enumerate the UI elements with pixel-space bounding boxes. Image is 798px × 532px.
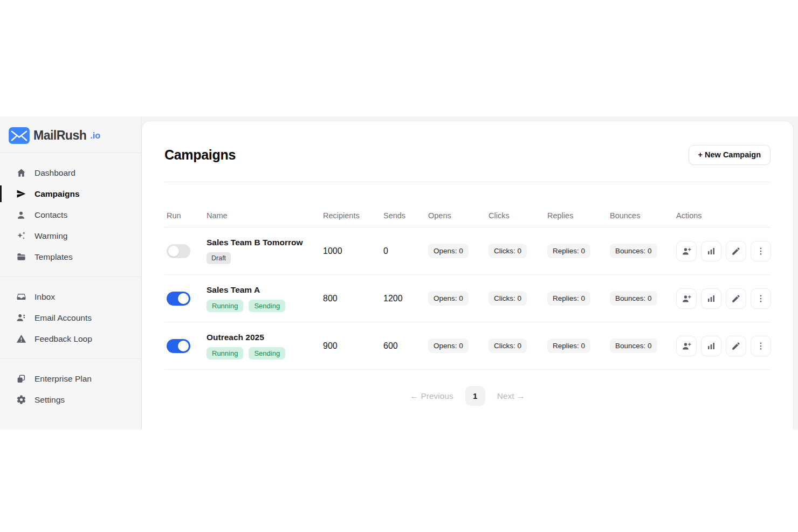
sidebar-group-account: Enterprise Plan Settings [0, 359, 141, 419]
toggle-knob [178, 293, 189, 304]
sidebar-item-enterprise-plan[interactable]: Enterprise Plan [0, 368, 141, 389]
add-contacts-button[interactable] [676, 336, 697, 356]
column-header-sends: Sends [381, 211, 426, 220]
sidebar: MailRush.io Dashboard Campaigns Contac [0, 116, 141, 430]
bar-chart-icon [706, 294, 716, 303]
toggle-knob [168, 246, 179, 257]
table-row: Sales Team A Running Sending 800 1200 Op… [164, 275, 771, 322]
sparkles-icon [16, 231, 26, 241]
person-icon [16, 210, 26, 220]
opens-pill: Opens: 0 [428, 244, 469, 258]
edit-button[interactable] [726, 288, 746, 309]
copy-icon [16, 374, 26, 384]
sidebar-item-label: Email Accounts [35, 313, 92, 323]
send-icon [16, 189, 26, 199]
table-row: Outreach 2025 Running Sending 900 600 Op… [164, 322, 771, 370]
pencil-icon [731, 294, 741, 303]
bounces-pill: Bounces: 0 [610, 244, 657, 258]
kebab-icon [756, 294, 766, 303]
person-add-icon [682, 341, 691, 351]
sidebar-item-label: Settings [35, 395, 65, 405]
bar-chart-icon [706, 246, 716, 256]
column-header-opens: Opens [426, 211, 486, 220]
status-badge: Draft [207, 252, 231, 264]
header-divider [164, 182, 771, 182]
add-contacts-button[interactable] [676, 241, 697, 261]
replies-pill: Replies: 0 [547, 338, 590, 353]
column-header-bounces: Bounces [608, 211, 674, 220]
sidebar-item-label: Inbox [35, 292, 55, 302]
person-add-icon [682, 294, 691, 303]
gear-icon [16, 395, 26, 405]
page-number-button[interactable]: 1 [465, 386, 485, 406]
envelope-logo-icon [9, 127, 30, 144]
recipients-value: 900 [321, 341, 381, 351]
folder-icon [16, 252, 26, 262]
sidebar-item-templates[interactable]: Templates [0, 246, 141, 267]
previous-page-button[interactable]: ← Previous [410, 391, 453, 401]
sends-value: 600 [381, 341, 426, 351]
inbox-icon [16, 292, 26, 302]
toggle-knob [178, 341, 189, 351]
edit-button[interactable] [726, 241, 746, 261]
stats-button[interactable] [701, 241, 721, 261]
table-row: Sales Team B Tomorrow Draft 1000 0 Opens… [164, 227, 771, 275]
sidebar-item-dashboard[interactable]: Dashboard [0, 162, 141, 183]
home-icon [16, 168, 26, 178]
sends-value: 1200 [381, 294, 426, 303]
campaigns-table-header: Run Name Recipients Sends Opens Clicks R… [164, 204, 771, 227]
bar-chart-icon [706, 341, 716, 351]
clicks-pill: Clicks: 0 [489, 291, 527, 306]
brand-name: MailRush [33, 128, 86, 143]
more-button[interactable] [751, 336, 771, 356]
sidebar-item-warming[interactable]: Warming [0, 225, 141, 246]
stats-button[interactable] [701, 288, 721, 309]
campaign-name: Sales Team A [207, 285, 260, 295]
alert-triangle-icon [16, 334, 26, 344]
sidebar-item-email-accounts[interactable]: Email Accounts [0, 307, 141, 328]
brand-tld: .io [90, 131, 100, 141]
campaign-name: Sales Team B Tomorrow [207, 238, 303, 247]
opens-pill: Opens: 0 [428, 338, 469, 353]
sidebar-item-label: Enterprise Plan [35, 374, 92, 384]
opens-pill: Opens: 0 [428, 291, 469, 306]
more-button[interactable] [751, 241, 771, 261]
sidebar-item-contacts[interactable]: Contacts [0, 204, 141, 225]
bounces-pill: Bounces: 0 [610, 338, 657, 353]
sidebar-item-inbox[interactable]: Inbox [0, 286, 141, 307]
pencil-icon [731, 341, 741, 351]
column-header-replies: Replies [545, 211, 608, 220]
sidebar-group-mail: Inbox Email Accounts Feedback Loop [0, 277, 141, 358]
sidebar-group-main: Dashboard Campaigns Contacts [0, 153, 141, 277]
sidebar-item-label: Campaigns [35, 189, 80, 199]
column-header-actions: Actions [674, 211, 771, 220]
column-header-name: Name [204, 211, 321, 220]
clicks-pill: Clicks: 0 [489, 244, 527, 258]
run-toggle[interactable] [167, 244, 190, 258]
page-title: Campaigns [164, 147, 236, 163]
sidebar-item-feedback-loop[interactable]: Feedback Loop [0, 328, 141, 349]
recipients-value: 1000 [321, 246, 381, 256]
column-header-clicks: Clicks [486, 211, 545, 220]
recipients-value: 800 [321, 294, 381, 303]
sidebar-item-campaigns[interactable]: Campaigns [0, 183, 141, 204]
sidebar-item-label: Templates [35, 252, 73, 262]
sends-value: 0 [381, 246, 426, 256]
stats-button[interactable] [701, 336, 721, 356]
next-page-button[interactable]: Next → [497, 391, 525, 401]
brand-logo: MailRush.io [0, 116, 141, 153]
sidebar-item-label: Warming [35, 231, 67, 241]
run-toggle[interactable] [167, 339, 190, 353]
status-badge: Sending [249, 347, 285, 360]
replies-pill: Replies: 0 [547, 244, 590, 258]
new-campaign-button[interactable]: + New Campaign [689, 145, 771, 165]
replies-pill: Replies: 0 [547, 291, 590, 306]
run-toggle[interactable] [167, 292, 190, 306]
edit-button[interactable] [726, 336, 746, 356]
sidebar-item-settings[interactable]: Settings [0, 389, 141, 410]
more-button[interactable] [751, 288, 771, 309]
status-badge: Running [207, 347, 243, 360]
add-contacts-button[interactable] [676, 288, 697, 309]
status-badge: Running [207, 300, 243, 312]
campaigns-panel: Campaigns + New Campaign Run Name Recipi… [141, 121, 794, 430]
